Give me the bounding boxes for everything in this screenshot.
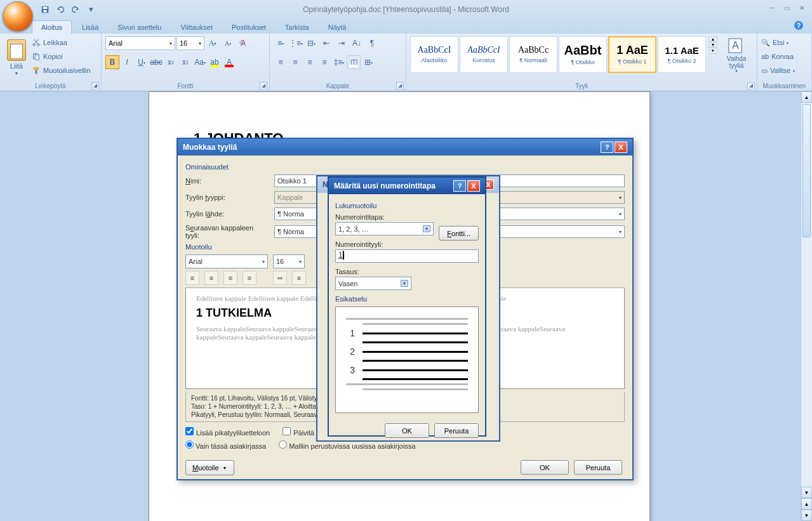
select-button[interactable]: ▭Valitse▾	[761, 64, 795, 77]
browse-next-icon[interactable]: ▼	[801, 510, 812, 521]
tab-nayta[interactable]: Näytä	[319, 21, 356, 34]
style-item-1[interactable]: AaBbCcIKorostus	[460, 36, 508, 73]
fmt-spacing-2[interactable]: ≡	[292, 271, 306, 285]
numbering-button[interactable]: ⋮≡▾	[289, 36, 303, 50]
vertical-scrollbar[interactable]: ▲ ▼ ▲ ▼	[801, 91, 812, 521]
scroll-thumb[interactable]	[802, 104, 811, 237]
fmt-align-justify[interactable]: ≡	[243, 271, 256, 285]
tab-lisaa[interactable]: Lisää	[73, 21, 107, 34]
italic-button[interactable]: I	[120, 55, 134, 69]
undo-icon[interactable]	[53, 3, 67, 16]
radio-this-doc[interactable]: Vain tässä asiakirjassa	[185, 440, 266, 450]
underline-button[interactable]: U▾	[135, 55, 149, 69]
style-item-3[interactable]: AaBbt¶ Otsikko	[559, 36, 607, 73]
fmt-align-left[interactable]: ≡	[185, 271, 199, 285]
modify-style-close-icon[interactable]: X	[615, 142, 627, 153]
multilevel-list-button[interactable]: ⊟▾	[304, 36, 318, 50]
grow-font-icon[interactable]: A▴	[206, 36, 220, 50]
fmt-size-combo[interactable]: 16▾	[273, 254, 305, 268]
numfmt-cancel-button[interactable]: Peruuta	[434, 423, 479, 438]
font-button[interactable]: Fontti...	[439, 226, 479, 241]
fmt-font-combo[interactable]: Arial▾	[185, 254, 268, 268]
number-format-select[interactable]: 1, 2, 3, …▾	[335, 222, 434, 235]
tab-sivun-asettelu[interactable]: Sivun asettelu	[109, 21, 170, 34]
font-dialog-launcher[interactable]: ◢	[260, 82, 267, 89]
help-icon[interactable]: ?	[794, 21, 803, 30]
window-title: Opinnäytetyöpohja.doc [Yhteensopivuustil…	[303, 5, 509, 14]
change-case-button[interactable]: Aa▾	[193, 55, 207, 69]
scroll-down-icon[interactable]: ▼	[801, 487, 812, 498]
browse-prev-icon[interactable]: ▲	[801, 498, 812, 510]
align-left-button[interactable]: ≡	[274, 55, 288, 69]
group-label-font: Fontti	[102, 82, 269, 89]
gallery-more-icon[interactable]: ▾	[709, 48, 717, 54]
style-item-4[interactable]: 1 AaE¶ Otsikko 1	[608, 36, 656, 73]
number-style-input[interactable]: 1	[335, 249, 479, 263]
fmt-align-right[interactable]: ≡	[223, 271, 237, 285]
number-format-help-icon[interactable]: ?	[453, 180, 466, 192]
replace-button[interactable]: abKorvaa	[761, 50, 795, 63]
scroll-up-icon[interactable]: ▲	[801, 91, 812, 103]
cut-button[interactable]: Leikkaa	[32, 36, 91, 49]
tab-viittaukset[interactable]: Viittaukset	[171, 21, 222, 34]
show-marks-button[interactable]: ¶	[365, 36, 379, 50]
save-icon[interactable]	[38, 3, 52, 16]
format-painter-button[interactable]: Muotoilusivellin	[32, 64, 91, 77]
style-item-2[interactable]: AaBbCc¶ Normaali	[509, 36, 557, 73]
superscript-button[interactable]: x2	[178, 55, 192, 69]
tab-postitukset[interactable]: Postitukset	[223, 21, 275, 34]
clipboard-dialog-launcher[interactable]: ◢	[91, 82, 99, 89]
gallery-down-icon[interactable]: ▼	[709, 42, 717, 48]
font-size-combo[interactable]: 16▾	[176, 36, 204, 50]
shrink-font-icon[interactable]: A▾	[221, 36, 235, 50]
align-center-button[interactable]: ≡	[288, 55, 302, 69]
bullets-button[interactable]: ≡▾	[274, 36, 288, 50]
paragraph-dialog-launcher[interactable]: ◢	[396, 82, 404, 89]
font-name-combo[interactable]: Arial▾	[105, 36, 175, 50]
style-item-5[interactable]: 1.1 AaE¶ Otsikko 2	[658, 36, 706, 73]
restore-button[interactable]: ▭	[780, 3, 793, 13]
clear-formatting-icon[interactable]: A◇	[236, 36, 250, 50]
modify-cancel-button[interactable]: Peruuta	[574, 460, 622, 475]
number-format-close-icon[interactable]: X	[467, 180, 480, 192]
numfmt-ok-button[interactable]: OK	[385, 423, 429, 438]
decrease-indent-button[interactable]: ⇤	[319, 36, 333, 50]
minimize-button[interactable]: ─	[765, 3, 778, 13]
shading-button[interactable]: ◫	[347, 55, 361, 69]
alignment-select[interactable]: Vasen▾	[335, 277, 411, 290]
styles-dialog-launcher[interactable]: ◢	[747, 82, 755, 89]
redo-icon[interactable]	[69, 3, 83, 16]
paste-button[interactable]: Liitä ▼	[4, 36, 29, 78]
align-right-button[interactable]: ≡	[303, 55, 317, 69]
borders-button[interactable]: ⊞▾	[361, 55, 375, 69]
increase-indent-button[interactable]: ⇥	[335, 36, 349, 50]
tab-tarkista[interactable]: Tarkista	[276, 21, 318, 34]
font-color-button[interactable]: A	[222, 55, 236, 69]
tab-aloitus[interactable]: Aloitus	[32, 20, 72, 34]
justify-button[interactable]: ≡	[317, 55, 331, 69]
format-menu-button[interactable]: Muotoile▼	[185, 460, 234, 475]
modify-style-help-icon[interactable]: ?	[601, 142, 613, 153]
fmt-spacing-1[interactable]: ═	[273, 271, 287, 285]
sort-button[interactable]: A↓	[350, 36, 364, 50]
number-format-titlebar[interactable]: Määritä uusi numerointitapa ? X	[329, 178, 485, 194]
office-button[interactable]	[3, 1, 33, 32]
style-item-0[interactable]: AaBbCcIAlaotsikko	[410, 36, 458, 73]
chk-quick-style[interactable]: Lisää pikatyyliluetteloon	[185, 427, 270, 437]
close-button[interactable]: ✕	[795, 3, 808, 13]
bold-button[interactable]: B	[105, 55, 119, 69]
line-spacing-button[interactable]: ‡≡▾	[332, 55, 346, 69]
subscript-button[interactable]: x2	[164, 55, 178, 69]
highlight-color-button[interactable]: ab	[208, 55, 222, 69]
fmt-align-center[interactable]: ≡	[204, 271, 218, 285]
modify-style-titlebar[interactable]: Muokkaa tyyliä ? X	[178, 139, 632, 155]
copy-button[interactable]: Kopioi	[32, 50, 91, 63]
number-preview: 1 2 3	[335, 307, 479, 413]
find-button[interactable]: 🔍Etsi▾	[761, 36, 795, 49]
strikethrough-button[interactable]: abc	[149, 55, 163, 69]
style-gallery-scroll[interactable]: ▲ ▼ ▾	[709, 36, 717, 54]
qat-dropdown-icon[interactable]: ▾	[84, 3, 98, 16]
modify-ok-button[interactable]: OK	[521, 460, 569, 475]
gallery-up-icon[interactable]: ▲	[709, 36, 717, 42]
change-styles-button[interactable]: A Vaihda tyyliä ▼	[722, 36, 750, 73]
